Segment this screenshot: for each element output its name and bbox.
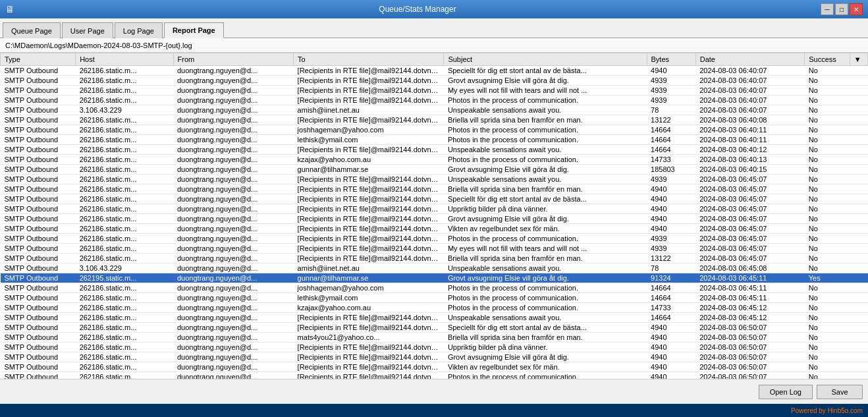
table-row[interactable]: SMTP Outbound262186.static.m...duongtran…	[1, 254, 868, 264]
table-cell-host: 262186.static.m...	[76, 352, 173, 362]
table-cell-subject: Unspeakable sensations await you.	[444, 264, 647, 273]
table-cell-type: SMTP Outbound	[1, 303, 76, 313]
table-row[interactable]: SMTP Outbound262186.static.m...duongtran…	[1, 372, 868, 379]
table-cell-from: duongtrang.nguyen@d...	[173, 175, 294, 184]
table-cell-subject: Briella vill sprida sina ben framför en …	[444, 254, 647, 264]
table-cell-from: duongtrang.nguyen@d...	[173, 184, 294, 194]
table-row[interactable]: SMTP Outbound262186.static.m...duongtran…	[1, 362, 868, 372]
table-cell-to: [Recipients in RTE file]@mail92144.dotvn…	[294, 313, 444, 323]
table-body: SMTP Outbound262186.static.m...duongtran…	[1, 66, 868, 379]
table-cell-bytes: 4940	[647, 333, 695, 343]
table-row[interactable]: SMTP Outbound3.106.43.229duongtrang.nguy…	[1, 264, 868, 273]
table-cell-subject: Photos in the process of communication.	[444, 155, 647, 165]
tab-queue[interactable]: Queue Page	[3, 22, 61, 38]
table-row[interactable]: SMTP Outbound262186.static.m...duongtran…	[1, 194, 868, 204]
table-cell-sort	[850, 165, 867, 175]
table-cell-type: SMTP Outbound	[1, 96, 76, 105]
table-cell-host: 262186.static.m...	[76, 283, 173, 293]
table-row[interactable]: SMTP Outbound262186.static.m...duongtran…	[1, 76, 868, 86]
col-header-bytes[interactable]: Bytes	[647, 53, 695, 66]
col-header-subject[interactable]: Subject	[444, 53, 647, 66]
table-row[interactable]: SMTP Outbound262186.static.m...duongtran…	[1, 125, 868, 135]
table-cell-date: 2024-08-03 06:40:11	[695, 135, 804, 145]
table-row[interactable]: SMTP Outbound262186.static.m...duongtran…	[1, 293, 868, 303]
table-cell-sort	[850, 283, 867, 293]
table-row[interactable]: SMTP Outbound262186.static.m...duongtran…	[1, 313, 868, 323]
close-button[interactable]: ✕	[850, 3, 863, 15]
table-cell-subject: Photos in the process of communication.	[444, 234, 647, 244]
table-row[interactable]: SMTP Outbound262186.static.m...duongtran…	[1, 352, 868, 362]
table-cell-bytes: 14664	[647, 293, 695, 303]
table-cell-host: 262186.static.m...	[76, 96, 173, 105]
col-header-date[interactable]: Date	[695, 53, 804, 66]
table-row[interactable]: SMTP Outbound262186.static.m...duongtran…	[1, 323, 868, 333]
col-header-sort[interactable]: ▼	[850, 53, 867, 66]
table-cell-type: SMTP Outbound	[1, 343, 76, 352]
table-row[interactable]: SMTP Outbound262186.static.m...duongtran…	[1, 303, 868, 313]
table-cell-date: 2024-08-03 06:45:11	[695, 293, 804, 303]
tab-log[interactable]: Log Page	[115, 22, 163, 38]
col-header-to[interactable]: To	[294, 53, 444, 66]
table-row[interactable]: SMTP Outbound262186.static.m...duongtran…	[1, 224, 868, 234]
table-cell-subject: Grovt avsugnimg Elsie vill göra åt dig.	[444, 214, 647, 224]
table-cell-host: 262186.static.m...	[76, 194, 173, 204]
table-row[interactable]: SMTP Outbound262186.static.m...duongtran…	[1, 135, 868, 145]
table-cell-date: 2024-08-03 06:50:07	[695, 343, 804, 352]
table-cell-bytes: 4939	[647, 96, 695, 105]
table-row[interactable]: SMTP Outbound262186.static.m...duongtran…	[1, 66, 868, 76]
table-cell-date: 2024-08-03 06:40:07	[695, 86, 804, 96]
table-row[interactable]: SMTP Outbound3.106.43.229duongtrang.nguy…	[1, 105, 868, 115]
table-cell-bytes: 4940	[647, 184, 695, 194]
table-row[interactable]: SMTP Outbound262186.static.m...duongtran…	[1, 165, 868, 175]
table-cell-bytes: 4939	[647, 76, 695, 86]
table-row[interactable]: SMTP Outbound262186.static.m...duongtran…	[1, 96, 868, 105]
table-row[interactable]: SMTP Outbound262186.static.m...duongtran…	[1, 184, 868, 194]
table-cell-subject: Photos in the process of communication.	[444, 96, 647, 105]
table-cell-to: joshhageman@yahoo.com	[294, 125, 444, 135]
table-row[interactable]: SMTP Outbound262186.static.m...duongtran…	[1, 204, 868, 214]
table-cell-subject: Grovt avsugnimg Elsie vill göra åt dig.	[444, 76, 647, 86]
col-header-type[interactable]: Type	[1, 53, 76, 66]
open-log-button[interactable]: Open Log	[759, 385, 813, 399]
save-button[interactable]: Save	[817, 385, 863, 399]
table-row[interactable]: SMTP Outbound262186.static.m...duongtran…	[1, 343, 868, 352]
table-cell-host: 262186.static.m...	[76, 125, 173, 135]
table-row[interactable]: SMTP Outbound262186.static.m...duongtran…	[1, 234, 868, 244]
table-cell-to: [Recipients in RTE file]@mail92144.dotvn…	[294, 145, 444, 155]
table-cell-host: 262186.static.m...	[76, 372, 173, 379]
table-cell-type: SMTP Outbound	[1, 234, 76, 244]
table-cell-to: lethisk@ymail.com	[294, 293, 444, 303]
table-row[interactable]: SMTP Outbound262186.static.m...duongtran…	[1, 175, 868, 184]
table-cell-from: duongtrang.nguyen@d...	[173, 293, 294, 303]
table-row[interactable]: SMTP Outbound262195.static.m...duongtran…	[1, 273, 868, 283]
col-header-host[interactable]: Host	[76, 53, 173, 66]
table-cell-success: No	[805, 244, 850, 254]
maximize-button[interactable]: □	[835, 3, 848, 15]
minimize-button[interactable]: ─	[821, 3, 834, 15]
table-cell-success: No	[805, 234, 850, 244]
table-row[interactable]: SMTP Outbound262186.static.m...duongtran…	[1, 145, 868, 155]
table-row[interactable]: SMTP Outbound262186.static.m...duongtran…	[1, 86, 868, 96]
table-row[interactable]: SMTP Outbound262186.static.m...duongtran…	[1, 115, 868, 125]
table-cell-bytes: 13122	[647, 254, 695, 264]
table-row[interactable]: SMTP Outbound262186.static.m...duongtran…	[1, 333, 868, 343]
table-cell-bytes: 4940	[647, 204, 695, 214]
table-cell-sort	[850, 362, 867, 372]
table-cell-host: 262186.static.m...	[76, 115, 173, 125]
table-cell-host: 262186.static.m...	[76, 135, 173, 145]
table-row[interactable]: SMTP Outbound262186.static.m...duongtran…	[1, 214, 868, 224]
table-cell-to: [Recipients in RTE file]@mail92144.dotvn…	[294, 224, 444, 234]
table-row[interactable]: SMTP Outbound262186.static.m...duongtran…	[1, 283, 868, 293]
table-cell-to: [Recipients in RTE file]@mail92144.dotvn…	[294, 362, 444, 372]
table-row[interactable]: SMTP Outbound262186.static.m...duongtran…	[1, 244, 868, 254]
col-header-from[interactable]: From	[173, 53, 294, 66]
table-cell-sort	[850, 76, 867, 86]
table-cell-to: [Recipients in RTE file]@mail92144.dotvn…	[294, 194, 444, 204]
col-header-success[interactable]: Success	[805, 53, 850, 66]
tab-report[interactable]: Report Page	[164, 22, 224, 38]
table-cell-from: duongtrang.nguyen@d...	[173, 145, 294, 155]
table-row[interactable]: SMTP Outbound262186.static.m...duongtran…	[1, 155, 868, 165]
tab-user[interactable]: User Page	[62, 22, 113, 38]
table-header-row: Type Host From To Subject Bytes Date Suc…	[1, 53, 868, 66]
table-scroll[interactable]: Type Host From To Subject Bytes Date Suc…	[0, 53, 868, 379]
